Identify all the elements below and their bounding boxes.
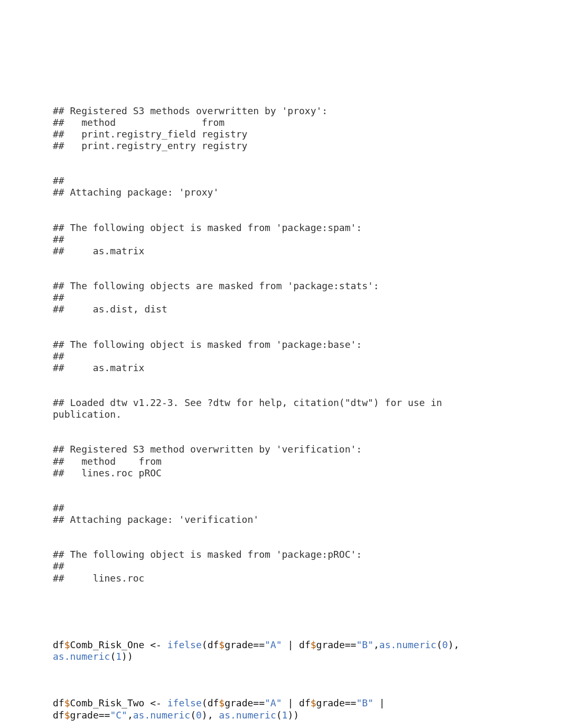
code-comb-risk-two: df$Comb_Risk_Two <- ifelse(df$grade=="A"… xyxy=(53,697,508,721)
console-output-dtw-loaded: ## Loaded dtw v1.22-3. See ?dtw for help… xyxy=(53,397,508,420)
console-output-attach-proxy: ## ## Attaching package: 'proxy' xyxy=(53,175,508,198)
console-output-mask-spam: ## The following object is masked from '… xyxy=(53,222,508,257)
console-output-proxy-s3: ## Registered S3 methods overwritten by … xyxy=(53,105,508,152)
console-output-mask-proc: ## The following object is masked from '… xyxy=(53,549,508,584)
console-output-attach-verification: ## ## Attaching package: 'verification' xyxy=(53,502,508,526)
console-output-mask-base: ## The following object is masked from '… xyxy=(53,339,508,374)
console-output-verification-s3: ## Registered S3 method overwritten by '… xyxy=(53,444,508,478)
code-comb-risk-one: df$Comb_Risk_One <- ifelse(df$grade=="A"… xyxy=(53,639,508,662)
console-output-mask-stats: ## The following objects are masked from… xyxy=(53,280,508,315)
